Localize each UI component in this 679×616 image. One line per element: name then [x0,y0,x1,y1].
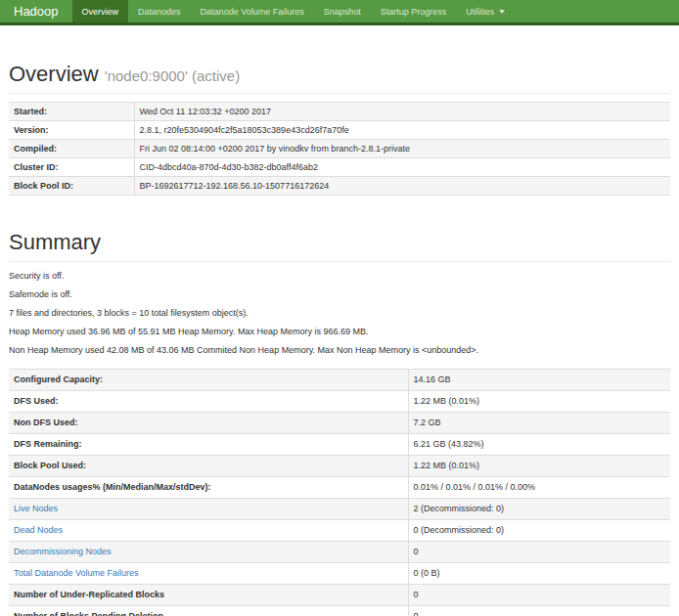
table-row: Block Pool ID: BP-1692617712-192.168.56.… [9,177,670,196]
table-row: Decommissioning Nodes 0 [9,541,670,562]
table-row: Configured Capacity: 14.16 GB [9,369,670,390]
summary-table: Configured Capacity: 14.16 GB DFS Used: … [9,369,670,616]
table-row: Started: Wed Oct 11 12:03:32 +0200 2017 [9,103,670,121]
row-value: Wed Oct 11 12:03:32 +0200 2017 [134,103,670,121]
table-row: Number of Blocks Pending Deletion 0 [9,605,670,616]
table-row: Cluster ID: CID-4dbcd40a-870d-4d30-b382-… [9,158,670,177]
row-value: BP-1692617712-192.168.56.10-150771617262… [134,177,670,196]
namenode-address: 'node0:9000' (active) [105,67,240,84]
non-heap-memory-info: Non Heap Memory used 42.08 MB of 43.06 M… [9,344,670,357]
table-row: DFS Used: 1.22 MB (0.01%) [9,390,670,412]
nav-item-label: Snapshot [324,7,361,17]
divider [9,93,670,94]
row-label: Dead Nodes [9,519,408,541]
live-nodes-link[interactable]: Live Nodes [14,504,58,513]
row-value: 6.21 GB (43.82%) [408,433,670,455]
divider [9,261,670,262]
table-row: Compiled: Fri Jun 02 08:14:00 +0200 2017… [9,140,670,158]
security-status: Security is off. [9,270,670,283]
row-value: 7.2 GB [408,412,670,433]
row-value: Fri Jun 02 08:14:00 +0200 2017 by vinodk… [134,140,670,158]
table-row: DFS Remaining: 6.21 GB (43.82%) [9,433,670,455]
nav-item-label: Utilities [466,7,494,17]
row-label: Cluster ID: [9,158,134,177]
chevron-down-icon [499,10,505,14]
row-label: Started: [9,103,134,121]
safemode-status: Safemode is off. [9,288,670,301]
row-value: 1.22 MB (0.01%) [408,390,670,412]
row-value: 2.8.1, r20fe5304904fc2f5a18053c389e43cd2… [134,121,670,140]
row-label: Version: [9,121,134,140]
row-value: 2 (Decommissioned: 0) [408,498,670,519]
table-row: DataNodes usages% (Min/Median/Max/stdDev… [9,476,670,498]
row-label: Number of Blocks Pending Deletion [9,605,408,616]
row-label: DataNodes usages% (Min/Median/Max/stdDev… [9,476,408,498]
row-label: Live Nodes [9,498,408,519]
summary-title: Summary [9,231,670,254]
filesystem-objects-info: 7 files and directories, 3 blocks = 10 t… [9,307,670,320]
row-label: DFS Remaining: [9,433,408,455]
total-datanode-volume-failures-link[interactable]: Total Datanode Volume Failures [14,568,139,578]
navbar: Hadoop Overview Datanodes Datanode Volum… [0,0,679,25]
table-row: Block Pool Used: 1.22 MB (0.01%) [9,455,670,476]
row-label: Total Datanode Volume Failures [9,562,408,584]
row-value: 0 [408,584,670,605]
row-label: Compiled: [9,140,134,158]
heap-memory-info: Heap Memory used 36.96 MB of 55.91 MB He… [9,326,670,338]
row-label: Block Pool ID: [9,177,134,196]
row-label: Number of Under-Replicated Blocks [9,584,408,605]
row-value: 14.16 GB [408,369,670,390]
row-value: 0 [408,605,670,616]
nav-menu: Overview Datanodes Datanode Volume Failu… [72,0,516,22]
decommissioning-nodes-link[interactable]: Decommissioning Nodes [14,547,112,556]
overview-table: Started: Wed Oct 11 12:03:32 +0200 2017 … [9,102,670,196]
row-label: Configured Capacity: [9,369,408,390]
main-content: Overview 'node0:9000' (active) Started: … [0,63,679,616]
nav-item-label: Datanode Volume Failures [201,7,304,17]
row-value: 0 (Decommissioned: 0) [408,519,670,541]
row-value: 0.01% / 0.01% / 0.01% / 0.00% [408,476,670,498]
table-row: Number of Under-Replicated Blocks 0 [9,584,670,605]
row-value: 1.22 MB (0.01%) [408,455,670,476]
page-title: Overview 'node0:9000' (active) [9,63,670,86]
table-row: Dead Nodes 0 (Decommissioned: 0) [9,519,670,541]
nav-item-datanode-volume-failures[interactable]: Datanode Volume Failures [191,0,314,22]
table-row: Version: 2.8.1, r20fe5304904fc2f5a18053c… [9,121,670,140]
row-label: Block Pool Used: [9,455,408,476]
nav-item-overview[interactable]: Overview [72,0,129,22]
row-value: 0 (0 B) [408,562,670,584]
table-row: Live Nodes 2 (Decommissioned: 0) [9,498,670,519]
row-label: DFS Used: [9,390,408,412]
brand-link[interactable]: Hadoop [0,0,72,22]
dead-nodes-link[interactable]: Dead Nodes [14,525,63,535]
table-row: Non DFS Used: 7.2 GB [9,412,670,433]
row-label: Decommissioning Nodes [9,541,408,562]
table-row: Total Datanode Volume Failures 0 (0 B) [9,562,670,584]
row-label: Non DFS Used: [9,412,408,433]
nav-item-snapshot[interactable]: Snapshot [314,0,371,22]
nav-item-label: Startup Progress [381,7,447,17]
nav-item-label: Datanodes [138,7,181,17]
nav-item-datanodes[interactable]: Datanodes [128,0,191,22]
nav-item-label: Overview [82,7,119,17]
row-value: CID-4dbcd40a-870d-4d30-b382-db0aff4f6ab2 [134,158,670,177]
nav-item-utilities[interactable]: Utilities [456,0,515,22]
row-value: 0 [408,541,670,562]
nav-item-startup-progress[interactable]: Startup Progress [371,0,457,22]
overview-title-text: Overview [9,62,99,86]
